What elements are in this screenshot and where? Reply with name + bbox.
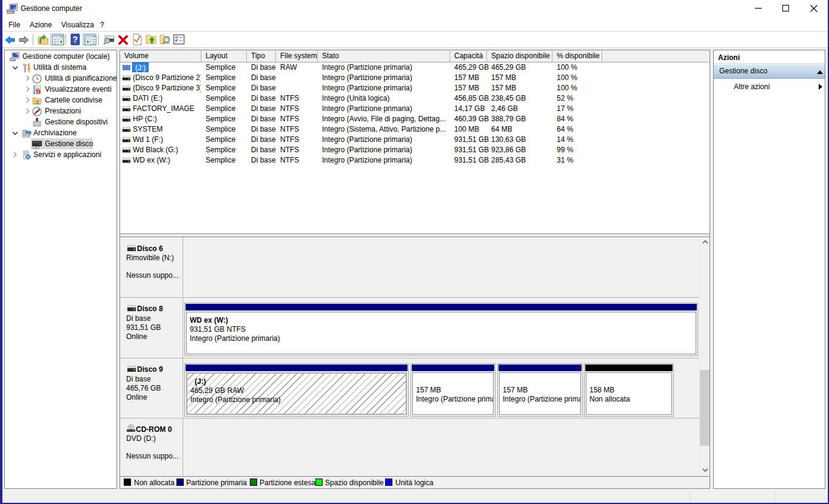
svg-text:?: ? xyxy=(73,35,78,44)
